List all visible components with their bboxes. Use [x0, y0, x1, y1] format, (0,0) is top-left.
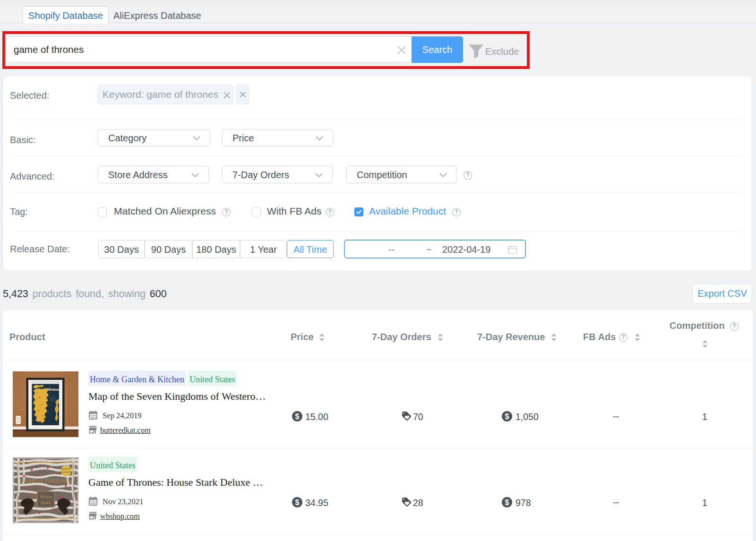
svg-text:$: $	[295, 412, 299, 421]
svg-text:$: $	[505, 412, 509, 421]
svg-text:$: $	[505, 498, 509, 507]
svg-text:$: $	[295, 498, 299, 507]
svg-text:Stark: Stark	[41, 500, 51, 505]
svg-text:MAP OF THE SEVEN KINGDOMS: MAP OF THE SEVEN KINGDOMS	[31, 381, 60, 383]
svg-text:Westeros: Westeros	[47, 387, 60, 392]
svg-text:STATIONERY: STATIONERY	[59, 471, 74, 473]
svg-text:House: House	[39, 494, 52, 499]
svg-text:GAME OF THRONES: GAME OF THRONES	[20, 477, 71, 484]
svg-text:DELUXE: DELUXE	[61, 468, 71, 470]
